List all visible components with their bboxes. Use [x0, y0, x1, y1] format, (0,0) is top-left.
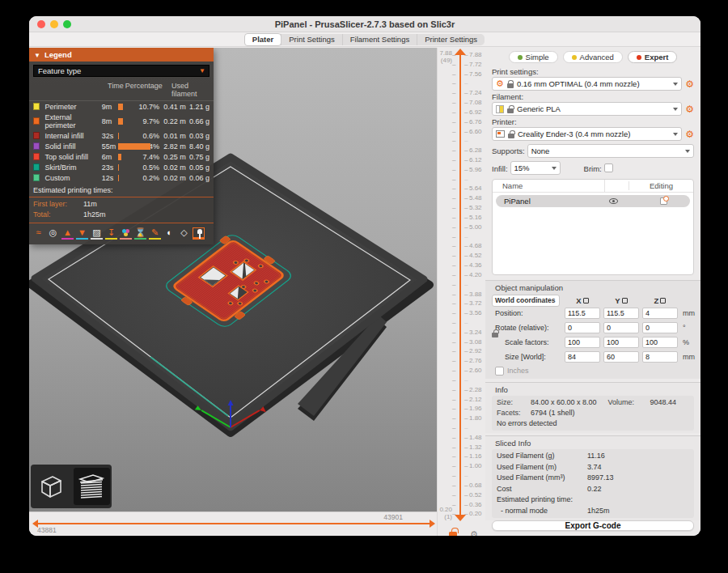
tab-plater[interactable]: Plater	[244, 33, 281, 46]
view-type-select[interactable]: Feature type ▼	[33, 65, 210, 77]
manipulation-field[interactable]	[642, 351, 678, 363]
center-of-gravity-icon[interactable]: ◐	[163, 227, 176, 240]
layer-slider-bottom-thumb[interactable]	[455, 515, 466, 521]
object-list: Name Editing PiPanel	[492, 179, 694, 275]
chevron-down-icon	[685, 150, 690, 153]
manipulation-field[interactable]	[565, 322, 600, 333]
layer-tick: ––6.76	[438, 118, 486, 126]
slider-right-thumb-icon[interactable]	[430, 520, 435, 528]
manipulation-field[interactable]	[565, 337, 600, 348]
slider-lock-icon[interactable]	[449, 532, 457, 536]
print-profile-icon: ⚙	[496, 79, 504, 88]
unit-label: mm	[679, 353, 694, 361]
slider-gear-icon[interactable]: ⚙	[470, 529, 478, 536]
percentage-bar	[118, 154, 138, 160]
layer-tick: ––3.56	[438, 309, 486, 317]
collapse-triangle-icon: ▼	[34, 52, 40, 59]
layer-tick: ––6.28	[438, 146, 486, 155]
feature-color-swatch	[33, 142, 40, 150]
deretractions-icon[interactable]: ▼	[76, 227, 88, 240]
legend-header[interactable]: ▼Legend	[29, 48, 214, 62]
pause-prints-icon[interactable]: ⌛	[134, 227, 146, 240]
box-wireframe-icon[interactable]: ◇	[178, 227, 190, 240]
percentage-bar	[118, 104, 138, 110]
infill-select[interactable]: 15%	[510, 161, 561, 175]
object-size-value: 84.00 x 60.00 x 8.00	[531, 398, 597, 406]
retractions-icon[interactable]: ▲	[61, 227, 74, 240]
tab-printer-settings[interactable]: Printer Settings	[417, 34, 485, 45]
supports-select[interactable]: None	[527, 144, 694, 158]
filament-select[interactable]: Generic PLA	[492, 102, 682, 116]
tab-bar: PlaterPrint SettingsFilament SettingsPri…	[29, 32, 700, 47]
manipulation-field[interactable]	[565, 308, 600, 319]
printer-select[interactable]: Creality Ender-3 (0.4 mm nozzle)	[492, 127, 682, 141]
brim-checkbox[interactable]	[604, 163, 613, 172]
close-window-button[interactable]	[37, 20, 45, 28]
eye-icon[interactable]	[609, 198, 618, 204]
layer-tick: ––1.00	[438, 462, 486, 470]
manipulation-field[interactable]	[642, 337, 678, 348]
layer-tick: ––6.60	[438, 128, 486, 136]
total-time: Total:1h25m	[29, 208, 214, 219]
unit-label: mm	[679, 309, 694, 317]
edit-object-icon[interactable]	[660, 197, 667, 205]
export-gcode-button[interactable]: Export G-code	[492, 520, 694, 531]
3d-editor-view-button[interactable]	[33, 468, 70, 505]
sliced-info-row: Used Filament (m)3.74	[497, 461, 689, 473]
chevron-down-icon: ▼	[199, 67, 209, 74]
print-settings-select[interactable]: ⚙ 0.16 mm OPTIMAL (0.4 mm nozzle)	[492, 77, 682, 91]
color-changes-icon[interactable]	[120, 227, 132, 240]
3d-viewport[interactable]: ▼Legend Feature type ▼ Time Percentage U…	[29, 48, 437, 511]
layer-tick: ––1.96	[438, 405, 486, 413]
print-settings-gear-button[interactable]: ⚙	[685, 79, 694, 89]
filament-gear-button[interactable]: ⚙	[685, 104, 694, 114]
uniform-scale-lock-icon[interactable]	[492, 333, 498, 337]
feature-color-swatch	[33, 174, 40, 181]
layer-tick: ––5.96	[438, 166, 486, 174]
preview-view-button[interactable]	[74, 468, 110, 505]
layer-slider[interactable]: ––7.88––7.72––7.56––––7.24––7.08––6.92––…	[437, 48, 485, 536]
name-column-header: Name	[493, 181, 604, 190]
layer-slider-top-thumb[interactable]	[455, 49, 466, 55]
legend-row: External perimeter8m9.7%0.22 m0.66 g	[29, 112, 214, 130]
manipulation-field[interactable]	[603, 351, 639, 363]
tool-changes-icon[interactable]: ↧	[105, 227, 117, 240]
shells-icon[interactable]: ◎	[47, 227, 59, 240]
sliced-info-title: Sliced Info	[492, 438, 694, 449]
layer-tick: ––6.92	[438, 108, 486, 117]
tab-filament-settings[interactable]: Filament Settings	[342, 34, 417, 45]
layer-tick: ––4.20	[438, 271, 486, 279]
manipulation-field[interactable]	[603, 308, 639, 319]
layer-tick: ––1.80	[438, 414, 486, 422]
object-list-row[interactable]: PiPanel	[496, 195, 690, 207]
custom-gcode-icon[interactable]: ✎	[149, 227, 161, 240]
mode-expert-button[interactable]: Expert	[628, 51, 678, 63]
manipulation-field[interactable]	[642, 322, 678, 333]
estimated-times-title: Estimated printing times:	[29, 183, 214, 197]
pin-icon[interactable]	[193, 227, 205, 240]
legend-row: Internal infill32s0.6%0.01 m0.03 g	[29, 130, 214, 141]
printer-gear-button[interactable]: ⚙	[685, 129, 694, 139]
slider-min-value: 43881	[37, 526, 57, 534]
zoom-window-button[interactable]	[63, 20, 71, 28]
layer-tick: ––2.92	[438, 347, 486, 355]
tab-print-settings[interactable]: Print Settings	[281, 34, 342, 45]
window-title: PiPanel - PrusaSlicer-2.7.3 based on Sli…	[29, 16, 700, 32]
travels-icon[interactable]: ≈	[32, 227, 44, 240]
chevron-down-icon	[673, 108, 678, 111]
object-manipulation-title: Object manipulation	[492, 283, 694, 292]
mode-advanced-button[interactable]: Advanced	[563, 51, 623, 63]
inches-checkbox[interactable]	[495, 367, 504, 376]
manipulation-field[interactable]	[642, 308, 678, 319]
axis-y-header: Y	[602, 296, 641, 305]
coordinates-select[interactable]: World coordinates	[492, 295, 560, 307]
mode-simple-button[interactable]: Simple	[509, 51, 558, 63]
manipulation-field[interactable]	[565, 351, 600, 363]
horizontal-move-slider[interactable]: 43901 43881	[29, 511, 437, 536]
manipulation-field[interactable]	[603, 322, 639, 333]
seams-icon[interactable]: ▨	[91, 227, 103, 240]
minimize-window-button[interactable]	[50, 20, 58, 28]
layer-tick: ––5.32	[438, 204, 486, 212]
manipulation-field[interactable]	[603, 337, 639, 348]
lock-icon	[507, 108, 514, 113]
